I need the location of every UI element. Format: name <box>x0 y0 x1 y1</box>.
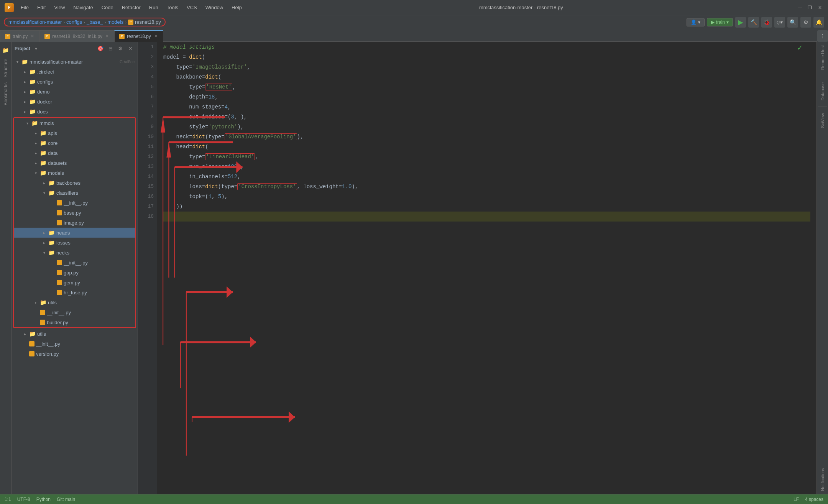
breadcrumb-configs[interactable]: configs <box>66 19 82 25</box>
tab-resnet18[interactable]: P resnet18.py ✕ <box>114 30 163 42</box>
mmcls-init-icon <box>40 310 45 315</box>
bookmarks-view-button[interactable]: Bookmarks <box>2 81 10 106</box>
menu-window[interactable]: Window <box>202 3 227 12</box>
project-dropdown-arrow[interactable]: ▾ <box>35 46 37 51</box>
tree-docs[interactable]: 📁 docs <box>12 107 138 117</box>
status-eol[interactable]: LF <box>794 497 799 502</box>
run-button[interactable]: ▶ <box>735 17 746 28</box>
tree-necks-gap[interactable]: gap.py <box>14 268 135 277</box>
breadcrumb[interactable]: mmclassification-master › configs › _bas… <box>4 18 166 26</box>
breadcrumb-models[interactable]: models <box>107 19 123 25</box>
status-encoding[interactable]: UTF-8 <box>17 497 30 502</box>
menu-file[interactable]: File <box>17 3 33 12</box>
notifications-panel-label[interactable]: Notifications <box>820 465 825 494</box>
tab-close-resnet18[interactable]: ✕ <box>153 34 158 39</box>
notifications-button[interactable]: 🔔 <box>813 17 824 28</box>
tree-necks-gem[interactable]: gem.py <box>14 277 135 287</box>
necks-hrfuse-label: hr_fuse.py <box>64 290 132 296</box>
tree-classifiers-init[interactable]: __init__.py <box>14 198 135 208</box>
tree-core[interactable]: 📁 core <box>14 138 135 148</box>
sidebar-close-button[interactable]: ✕ <box>126 44 135 53</box>
coverage-button[interactable]: ◎▾ <box>774 17 785 28</box>
locate-file-button[interactable]: 🎯 <box>96 44 105 53</box>
tree-root[interactable]: 📁 mmclassification-master C:\all\cc <box>12 57 138 67</box>
tree-heads[interactable]: 📁 heads <box>14 228 135 238</box>
tab-close-train[interactable]: ✕ <box>30 34 35 39</box>
tree-docker[interactable]: 📁 docker <box>12 97 138 107</box>
database-label[interactable]: Database <box>820 79 825 103</box>
tree-mmcls-builder[interactable]: builder.py <box>14 317 135 327</box>
menu-code[interactable]: Code <box>98 3 117 12</box>
tree-classifiers-image[interactable]: image.py <box>14 218 135 228</box>
run-icon: ▶ <box>711 20 715 25</box>
status-indent[interactable]: 4 spaces <box>805 497 823 502</box>
title-bar: P File Edit View Navigate Code Refactor … <box>0 0 828 15</box>
maximize-button[interactable]: ❐ <box>807 4 813 11</box>
menu-vcs[interactable]: VCS <box>183 3 201 12</box>
tree-mmcls[interactable]: 📁 mmcls <box>14 118 135 128</box>
tab-train-py[interactable]: P train.py ✕ <box>0 30 39 42</box>
menu-run[interactable]: Run <box>145 3 162 12</box>
tree-classifiers-base[interactable]: base.py <box>14 208 135 218</box>
mmcls-utils-arrow <box>33 300 38 305</box>
tree-root-utils[interactable]: 📁 utils <box>12 329 138 339</box>
tree-mmcls-init[interactable]: __init__.py <box>14 307 135 317</box>
menu-refactor[interactable]: Refactor <box>118 3 145 12</box>
structure-view-button[interactable]: Structure <box>2 57 10 80</box>
run-config-button[interactable]: ▶ train ▾ <box>707 18 733 26</box>
status-cursor[interactable]: 1:1 <box>5 497 11 502</box>
tab-close-resnet18-8x[interactable]: ✕ <box>105 34 110 39</box>
sidebar-title: Project <box>15 46 30 51</box>
status-language[interactable]: Python <box>36 497 51 502</box>
left-toolbar: 📁 Structure Bookmarks <box>0 42 12 494</box>
breadcrumb-file[interactable]: resnet18.py <box>135 19 161 25</box>
close-button[interactable]: ✕ <box>816 4 823 11</box>
debug-button[interactable]: 🐞 <box>761 17 772 28</box>
tree-apis[interactable]: 📁 apis <box>14 128 135 138</box>
ln-10: 10 <box>138 132 154 142</box>
menu-view[interactable]: View <box>50 3 69 12</box>
tree-necks-init[interactable]: __init__.py <box>14 258 135 268</box>
tree-root-init[interactable]: __init__.py <box>12 339 138 349</box>
minimize-button[interactable]: — <box>797 4 803 11</box>
menu-edit[interactable]: Edit <box>33 3 49 12</box>
tree-classifiers[interactable]: 📁 classifiers <box>14 188 135 198</box>
profile-button[interactable]: 👤 ▾ <box>687 18 705 26</box>
tree-datasets[interactable]: 📁 datasets <box>14 158 135 168</box>
tree-version[interactable]: version.py <box>12 349 138 359</box>
menu-tools[interactable]: Tools <box>163 3 182 12</box>
ln-18: 18 <box>138 212 154 222</box>
breadcrumb-base[interactable]: _base_ <box>87 19 103 25</box>
search-button[interactable]: 🔍 <box>787 17 798 28</box>
status-git[interactable]: Git: main <box>57 497 75 502</box>
code-area[interactable]: # model settings model = dict ( type = '… <box>157 42 816 494</box>
sidebar-options-button[interactable]: ⚙ <box>116 44 125 53</box>
tree-losses[interactable]: 📁 losses <box>14 238 135 248</box>
root-path: C:\all\cc <box>120 59 135 64</box>
tree-backbones[interactable]: 📁 backbones <box>14 178 135 188</box>
tabs-menu-button[interactable]: ⋮ <box>817 30 828 42</box>
menu-navigate[interactable]: Navigate <box>69 3 97 12</box>
breadcrumb-root[interactable]: mmclassification-master <box>8 19 62 25</box>
tree-circleci[interactable]: 📁 .circleci <box>12 67 138 77</box>
classifiers-init-label: __init__.py <box>64 200 132 206</box>
tab-resnet18-8x[interactable]: P resnet18_8xb32_in1k.py ✕ <box>39 30 114 42</box>
tree-mmcls-utils[interactable]: 📁 utils <box>14 297 135 307</box>
remote-host-label[interactable]: Remote Host <box>820 42 825 73</box>
editor-area[interactable]: 1 2 3 4 5 6 7 8 9 10 11 12 13 14 15 16 1… <box>138 42 816 494</box>
tree-data[interactable]: 📁 data <box>14 148 135 158</box>
classifiers-folder-icon: 📁 <box>48 190 55 196</box>
tree-necks[interactable]: 📁 necks <box>14 248 135 258</box>
sciview-label[interactable]: SciView <box>820 110 825 131</box>
settings-button[interactable]: ⚙ <box>800 17 811 28</box>
project-view-button[interactable]: 📁 <box>1 45 11 55</box>
tree-configs[interactable]: 📁 configs <box>12 77 138 87</box>
tree-demo[interactable]: 📁 demo <box>12 87 138 97</box>
collapse-all-button[interactable]: ⊟ <box>106 44 115 53</box>
tree-models[interactable]: 📁 models <box>14 168 135 178</box>
menu-help[interactable]: Help <box>228 3 246 12</box>
tree-necks-hrfuse[interactable]: hr_fuse.py <box>14 287 135 297</box>
ln-7: 7 <box>138 102 154 112</box>
build-button[interactable]: 🔨 <box>748 17 759 28</box>
ln-15: 15 <box>138 182 154 192</box>
